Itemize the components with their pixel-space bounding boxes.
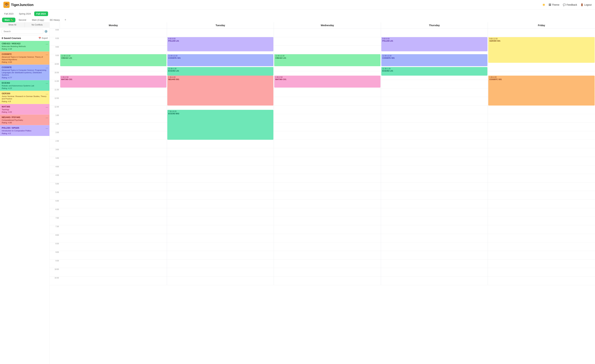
time-slot xyxy=(488,242,595,251)
time-slot xyxy=(381,217,488,225)
course-item-cbe422[interactable]: CBE422 / MSE422 Molecular Modeling Metho… xyxy=(0,41,50,51)
calendar-event-pol230-tue[interactable]: 9:00-9:50 POL230 L01 xyxy=(167,37,274,51)
schedule-tab-ee-heavy[interactable]: EE Heavy xyxy=(47,18,63,22)
course-item-neu443[interactable]: NEU443 / PSY443 Computational Psychiatry… xyxy=(0,115,50,125)
time-slot xyxy=(167,251,274,259)
time-label: 2:00 xyxy=(50,131,60,140)
course-item-cos597e[interactable]: COS597E Advanced Topics in Computer Scie… xyxy=(0,65,50,80)
event-time: 1:30-2:50 xyxy=(275,76,379,78)
calendar-event-pol230-thu[interactable]: 9:00-9:50 POL230 L01 xyxy=(381,37,488,51)
time-slot xyxy=(60,200,167,208)
time-slot xyxy=(167,259,274,268)
course-item-mat365[interactable]: MAT365 Topology Rating: 4.05 — xyxy=(0,104,50,115)
time-slot xyxy=(167,28,274,37)
event-name: NEU443 S01 xyxy=(168,78,273,80)
theme-toggle-button[interactable]: ☀️ xyxy=(542,3,545,6)
time-slot xyxy=(274,200,381,208)
feedback-button[interactable]: 💬 Feedback xyxy=(563,3,577,6)
logo-icon: 🐯 xyxy=(3,2,10,8)
time-label: 2:30 xyxy=(50,140,60,148)
calendar-header: Monday Tuesday Wednesday Thursday Friday xyxy=(50,22,595,28)
schedule-tab-main[interactable]: Main ✏️ xyxy=(2,18,15,22)
time-slot xyxy=(167,200,274,208)
event-time: 9:00-9:50 xyxy=(382,38,487,40)
schedule-tab-second[interactable]: Second xyxy=(16,18,29,22)
calendar-event-cbe422-mon[interactable]: 11:00-12:20 CBE422 L01 xyxy=(60,54,166,66)
calendar-event-neu443-tue[interactable]: 1:30-4:20 NEU443 S01 xyxy=(167,76,274,105)
time-slot xyxy=(60,37,167,46)
course-rating: Rating: 4.5 xyxy=(2,132,48,134)
remove-course-button[interactable]: — xyxy=(46,92,48,95)
time-label: 12:30 xyxy=(50,105,60,114)
time-slot xyxy=(488,191,595,200)
sun-icon: ☀️ xyxy=(542,3,545,6)
course-item-ger300[interactable]: GER300 Junior Seminar: Research in Germa… xyxy=(0,91,50,104)
time-label: 6:00 xyxy=(50,200,60,208)
event-time: 7:30-10:20 xyxy=(168,111,273,112)
time-slot xyxy=(60,277,167,285)
remove-course-button[interactable]: — xyxy=(46,53,48,56)
semester-tab-fall2024[interactable]: Fall 2024 xyxy=(34,11,48,16)
remove-course-button[interactable]: — xyxy=(46,42,48,45)
feedback-icon: 💬 xyxy=(563,3,566,6)
semester-tab-spring2024[interactable]: Spring 2024 xyxy=(17,11,33,16)
time-slot xyxy=(274,191,381,200)
time-slot xyxy=(167,191,274,200)
time-slot xyxy=(167,217,274,225)
course-item-cos597c[interactable]: COS597C Advanced Topics in Computer Scie… xyxy=(0,51,50,65)
theme-button[interactable]: 🖼 Theme xyxy=(549,3,560,6)
remove-course-button[interactable]: — xyxy=(46,116,48,119)
time-slot xyxy=(381,140,488,148)
friday-header: Friday xyxy=(488,22,595,28)
time-slot xyxy=(274,174,381,182)
calendar-event-cbe422-wed[interactable]: 11:00-12:20 CBE422 L01 xyxy=(274,54,381,66)
course-item-pol230[interactable]: POL230 / SPI325 Introduction to Comparat… xyxy=(0,125,50,136)
time-slot xyxy=(60,234,167,242)
logo: 🐯 TigerJunction xyxy=(3,2,34,8)
semester-tab-fall2023[interactable]: Fall 2023 xyxy=(2,11,15,16)
calendar-event-ece302-tue-b[interactable]: 7:30-10:20 ECE302 B02 xyxy=(167,110,274,140)
remove-course-button[interactable]: — xyxy=(46,127,48,130)
remove-course-button[interactable]: — xyxy=(46,66,48,69)
time-slot xyxy=(167,277,274,285)
time-slot xyxy=(381,277,488,285)
time-label: 8:00 xyxy=(50,234,60,242)
calendar-event-mat365-mon[interactable]: 1:30-2:50 MAT365 C01 xyxy=(60,76,166,88)
time-label: 11:00 xyxy=(50,80,60,88)
remove-course-button[interactable]: — xyxy=(46,82,48,85)
schedule-tab-main-copy[interactable]: Main (Copy) xyxy=(29,18,47,22)
logout-button[interactable]: 🚪 Logout xyxy=(581,3,592,6)
time-slot xyxy=(60,140,167,148)
time-label: 4:30 xyxy=(50,174,60,182)
add-schedule-button[interactable]: + xyxy=(63,17,68,22)
calendar-event-ece302-thu[interactable]: 12:30-1:20 ECE302 L01 xyxy=(381,67,488,76)
time-slot xyxy=(488,200,595,208)
calendar-event-cos597c-fri[interactable]: 1:30-4:20 COS597C S01 xyxy=(488,76,595,105)
calendar-event-mat365-wed[interactable]: 1:30-2:50 MAT365 C01 xyxy=(274,76,381,88)
export-button[interactable]: 📅 Export xyxy=(38,37,48,39)
calendar-event-ece302-tue[interactable]: 12:30-1:20 ECE302 L01 xyxy=(167,67,274,76)
event-name: ECE302 L01 xyxy=(168,70,273,72)
course-item-ece302[interactable]: ECE302 Robotic and Autonomous Systems La… xyxy=(0,80,50,91)
remove-course-button[interactable]: — xyxy=(46,106,48,108)
event-time: 9:00-9:50 xyxy=(168,38,273,40)
thursday-header: Thursday xyxy=(381,22,488,28)
calendar-event-cos597e-thu[interactable]: 11:00-12:20 COS597E S01 xyxy=(381,54,488,66)
time-slot xyxy=(60,148,167,157)
time-slot xyxy=(60,242,167,251)
time-label: 8:00 xyxy=(50,28,60,37)
show-all-button[interactable]: Show All xyxy=(0,22,25,27)
event-name: CBE422 L01 xyxy=(61,57,165,59)
time-label: 10:30 xyxy=(50,71,60,80)
search-input[interactable] xyxy=(2,29,43,34)
course-rating: Rating: 4.85 xyxy=(2,122,48,124)
time-slot xyxy=(488,259,595,268)
edit-icon: ✏️ xyxy=(10,19,13,21)
no-conflicts-button[interactable]: No Conflicts xyxy=(25,22,50,27)
calendar-event-cos597e-tue[interactable]: 11:00-12:20 COS597E S01 xyxy=(167,54,274,66)
event-name: MAT365 C01 xyxy=(61,78,165,80)
time-slot xyxy=(488,208,595,217)
course-name: COS597E xyxy=(2,66,48,69)
calendar-event-ger300-fri[interactable]: 9:00-11:50 GER300 S01 xyxy=(488,37,595,63)
settings-button[interactable]: ⚙️ xyxy=(44,30,48,33)
